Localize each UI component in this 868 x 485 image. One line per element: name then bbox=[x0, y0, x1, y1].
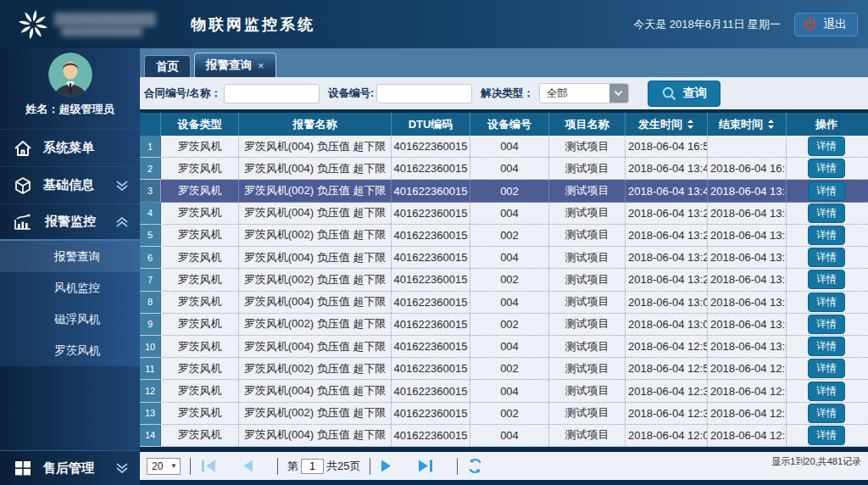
header-end-time[interactable]: 结束时间 bbox=[708, 113, 787, 136]
device-no-cell: 004 bbox=[470, 158, 549, 179]
table-row[interactable]: 11罗茨风机罗茨风机(002) 负压值 超下限401622360015002测试… bbox=[140, 358, 868, 380]
table-row[interactable]: 9罗茨风机罗茨风机(002) 负压值 超下限401622360015002测试项… bbox=[140, 314, 868, 336]
actions-cell: 详情 bbox=[787, 292, 866, 313]
detail-button[interactable]: 详情 bbox=[808, 293, 845, 312]
avatar bbox=[48, 53, 92, 97]
table-row[interactable]: 7罗茨风机罗茨风机(002) 负压值 超下限401622360015002测试项… bbox=[140, 269, 868, 291]
dtu-code-cell: 401622360015 bbox=[392, 292, 470, 313]
page-number-input[interactable] bbox=[301, 459, 324, 474]
table-row[interactable]: 2罗茨风机罗茨风机(004) 负压值 超下限401622360015004测试项… bbox=[140, 158, 868, 180]
solve-type-filter-label: 解决类型： bbox=[481, 86, 534, 101]
submenu-item[interactable]: 磁浮风机 bbox=[0, 304, 140, 335]
sort-icon bbox=[767, 119, 775, 130]
device-type-cell: 罗茨风机 bbox=[161, 136, 239, 157]
table-row[interactable]: 12罗茨风机罗茨风机(004) 负压值 超下限401622360015004测试… bbox=[140, 380, 868, 402]
sidebar-item-alarm-monitor[interactable]: 报警监控 bbox=[0, 203, 140, 241]
table-row[interactable]: 3罗茨风机罗茨风机(002) 负压值 超下限401622360015002测试项… bbox=[140, 180, 868, 202]
sidebar-item-label: 基础信息 bbox=[43, 177, 94, 193]
sidebar-item-after-sales[interactable]: 售后管理 bbox=[0, 450, 140, 485]
actions-cell: 详情 bbox=[787, 247, 866, 268]
occur-time-cell: 2018-06-04 16:5 bbox=[626, 136, 708, 157]
row-number-cell: 11 bbox=[140, 358, 161, 379]
table-row[interactable]: 10罗茨风机罗茨风机(004) 负压值 超下限401622360015004测试… bbox=[140, 336, 868, 358]
occur-time-cell: 2018-06-04 13:4 bbox=[626, 180, 708, 201]
submenu-item[interactable]: 罗茨风机 bbox=[0, 335, 140, 366]
device-no-cell: 002 bbox=[470, 403, 549, 424]
submenu-item[interactable]: 风机监控 bbox=[0, 272, 140, 304]
main-content: 首页 报警查询 × 合同编号/名称： 设备编号: 解决类型： 全部 查询 bbox=[140, 48, 868, 485]
row-number-cell: 9 bbox=[140, 314, 161, 335]
header-occur-time[interactable]: 发生时间 bbox=[626, 113, 708, 136]
table-row[interactable]: 14罗茨风机罗茨风机(004) 负压值 超下限401622360015004测试… bbox=[140, 425, 868, 447]
detail-button[interactable]: 详情 bbox=[808, 382, 845, 401]
search-button[interactable]: 查询 bbox=[648, 81, 721, 107]
project-name-cell: 测试项目 bbox=[549, 247, 626, 268]
device-type-cell: 罗茨风机 bbox=[161, 203, 239, 224]
device-no-cell: 002 bbox=[470, 269, 549, 290]
first-page-button[interactable] bbox=[200, 459, 218, 473]
table-row[interactable]: 6罗茨风机罗茨风机(004) 负压值 超下限401622360015004测试项… bbox=[140, 247, 868, 269]
logout-button[interactable]: 退出 bbox=[794, 13, 858, 36]
solve-type-select[interactable]: 全部 bbox=[539, 83, 629, 103]
project-name-cell: 测试项目 bbox=[549, 158, 626, 179]
top-bar: 物联网监控系统 今天是 2018年6月11日 星期一 退出 bbox=[0, 0, 868, 48]
page-size-select[interactable]: 20 ▼ bbox=[147, 458, 181, 475]
actions-cell: 详情 bbox=[787, 269, 866, 290]
submenu-item[interactable]: 报警查询 bbox=[0, 241, 140, 272]
detail-button[interactable]: 详情 bbox=[808, 203, 845, 223]
device-no-input[interactable] bbox=[376, 84, 472, 103]
sidebar-item-label: 报警监控 bbox=[45, 214, 96, 230]
end-time-cell: 2018-06-04 13:2 bbox=[708, 269, 787, 290]
header-alarm-name: 报警名称 bbox=[239, 113, 392, 136]
refresh-button[interactable] bbox=[467, 458, 483, 474]
detail-button[interactable]: 详情 bbox=[808, 426, 845, 445]
project-name-cell: 测试项目 bbox=[549, 380, 626, 401]
table-row[interactable]: 4罗茨风机罗茨风机(004) 负压值 超下限401622360015004测试项… bbox=[140, 203, 868, 225]
contract-input[interactable] bbox=[224, 84, 320, 103]
dtu-code-cell: 401622360015 bbox=[392, 225, 470, 246]
detail-button[interactable]: 详情 bbox=[808, 137, 845, 156]
table-row[interactable]: 8罗茨风机罗茨风机(004) 负压值 超下限401622360015004测试项… bbox=[140, 292, 868, 314]
detail-button[interactable]: 详情 bbox=[808, 226, 845, 245]
detail-button[interactable]: 详情 bbox=[808, 404, 845, 423]
end-time-cell: 2018-06-04 13:4 bbox=[708, 180, 787, 201]
device-no-cell: 002 bbox=[470, 180, 549, 201]
sort-icon bbox=[687, 119, 694, 130]
device-no-cell: 002 bbox=[470, 225, 549, 246]
end-time-cell: 2018-06-04 13:4 bbox=[708, 203, 787, 224]
device-no-cell: 004 bbox=[470, 247, 549, 268]
table-row[interactable]: 1罗茨风机罗茨风机(004) 负压值 超下限401622360015004测试项… bbox=[140, 136, 868, 158]
occur-time-cell: 2018-06-04 13:4 bbox=[626, 158, 708, 179]
last-page-button[interactable] bbox=[416, 459, 434, 473]
detail-button[interactable]: 详情 bbox=[808, 159, 845, 178]
row-number-cell: 14 bbox=[140, 425, 161, 446]
next-page-button[interactable] bbox=[380, 459, 393, 473]
detail-button[interactable]: 详情 bbox=[808, 181, 845, 201]
prev-page-button[interactable] bbox=[241, 459, 254, 473]
tab-alarm-query[interactable]: 报警查询 × bbox=[194, 53, 276, 77]
sidebar-item-basic-info[interactable]: 基础信息 bbox=[0, 166, 140, 203]
sidebar-item-system-menu[interactable]: 系统菜单 bbox=[0, 129, 140, 166]
occur-time-cell: 2018-06-04 13:2 bbox=[626, 225, 708, 246]
device-type-cell: 罗茨风机 bbox=[161, 269, 239, 290]
current-date: 今天是 2018年6月11日 星期一 bbox=[633, 17, 781, 32]
device-no-cell: 004 bbox=[470, 380, 549, 401]
detail-button[interactable]: 详情 bbox=[808, 248, 845, 267]
table-row[interactable]: 13罗茨风机罗茨风机(002) 负压值 超下限401622360015002测试… bbox=[140, 403, 868, 425]
occur-time-cell: 2018-06-04 13:0 bbox=[626, 292, 708, 313]
tab-home[interactable]: 首页 bbox=[144, 55, 191, 77]
detail-button[interactable]: 详情 bbox=[808, 270, 845, 289]
device-type-cell: 罗茨风机 bbox=[161, 225, 239, 246]
alarm-name-cell: 罗茨风机(002) 负压值 超下限 bbox=[239, 225, 392, 246]
occur-time-cell: 2018-06-04 12:0 bbox=[626, 425, 708, 446]
home-icon bbox=[14, 139, 32, 158]
alarm-name-cell: 罗茨风机(002) 负压值 超下限 bbox=[239, 269, 392, 290]
detail-button[interactable]: 详情 bbox=[808, 337, 845, 356]
page-suffix-label: 共25页 bbox=[326, 459, 360, 474]
dtu-code-cell: 401622360015 bbox=[392, 403, 470, 424]
detail-button[interactable]: 详情 bbox=[808, 359, 845, 378]
close-icon[interactable]: × bbox=[258, 59, 264, 72]
detail-button[interactable]: 详情 bbox=[808, 315, 845, 334]
table-row[interactable]: 5罗茨风机罗茨风机(002) 负压值 超下限401622360015002测试项… bbox=[140, 225, 868, 247]
sidebar: 姓名：超级管理员 系统菜单 基础信息 bbox=[0, 48, 140, 485]
